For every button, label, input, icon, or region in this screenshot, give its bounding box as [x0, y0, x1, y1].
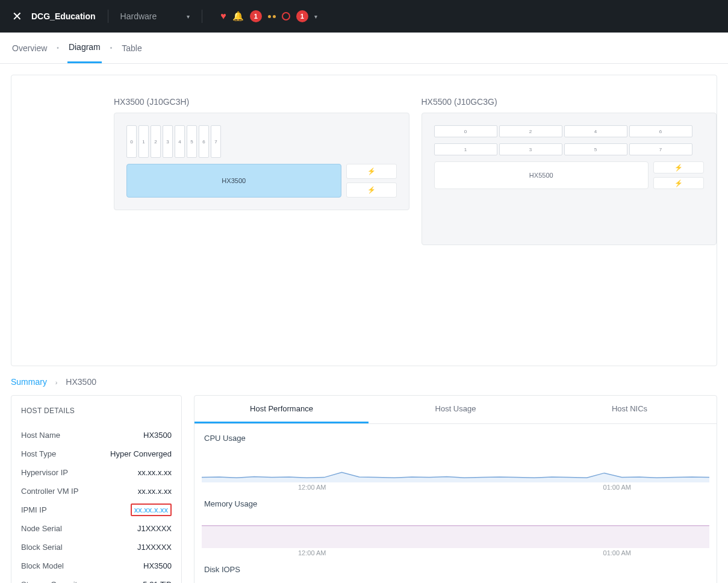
chart-title: CPU Usage	[204, 434, 709, 443]
divider	[202, 10, 202, 23]
detail-label: Controller VM IP	[21, 487, 78, 496]
node-box[interactable]: HX5500	[434, 161, 649, 189]
drive-bay-row: 01234567	[126, 125, 397, 158]
tab-diagram[interactable]: Diagram	[67, 33, 102, 63]
cluster-name[interactable]: DCG_Education	[31, 11, 96, 21]
breadcrumb-root[interactable]: Summary	[11, 377, 47, 387]
tab-host-performance[interactable]: Host Performance	[194, 396, 369, 423]
detail-value: J1XXXXX	[137, 524, 172, 533]
drive-slot[interactable]: 6	[199, 125, 209, 158]
section-dropdown-label: Hardware	[120, 11, 157, 21]
detail-row: Controller VM IPxx.xx.x.xx	[21, 482, 172, 500]
psu-slot[interactable]: ⚡	[346, 182, 397, 198]
chart-tabs: Host Performance Host Usage Host NICs	[194, 396, 717, 424]
chart-title: Disk IOPS	[204, 565, 709, 574]
ipmi-ip-link[interactable]: xx.xx.x.xx	[134, 505, 168, 514]
detail-label: IPMI IP	[21, 505, 47, 514]
detail-value: xx.xx.x.xx	[131, 505, 172, 514]
block-title: HX3500 (J10GC3H)	[114, 97, 409, 107]
x-tick: 01:00 AM	[603, 484, 631, 491]
node-box-selected[interactable]: HX3500	[126, 164, 341, 198]
detail-value: xx.xx.x.xx	[138, 487, 172, 496]
health-heart-icon[interactable]: ♥	[220, 11, 226, 22]
tab-host-nics[interactable]: Host NICs	[543, 396, 717, 423]
divider	[108, 10, 108, 23]
drive-slot[interactable]: 5	[187, 125, 197, 158]
detail-label: Host Name	[21, 431, 60, 440]
detail-label: Storage Capacity	[21, 580, 81, 583]
drive-slot[interactable]: 1	[434, 143, 497, 155]
drive-slot[interactable]: 3	[163, 125, 173, 158]
tab-table[interactable]: Table	[120, 34, 143, 63]
drive-slot[interactable]: 5	[564, 143, 627, 155]
detail-value: Hyper Converged	[110, 449, 172, 458]
app-logo-icon[interactable]: ✕	[11, 9, 23, 23]
x-tick: 12:00 AM	[298, 549, 326, 556]
detail-label: Block Model	[21, 561, 64, 570]
drive-slot[interactable]: 2	[499, 125, 562, 137]
status-dots-icon[interactable]	[268, 15, 276, 18]
drive-slot[interactable]: 0	[126, 125, 137, 158]
chart-canvas[interactable]	[202, 446, 709, 482]
detail-row: Host TypeHyper Converged	[21, 444, 172, 463]
drive-slot[interactable]: 4	[564, 125, 627, 137]
alert-count-badge[interactable]: 1	[250, 10, 262, 22]
drive-slot[interactable]: 3	[499, 143, 562, 155]
detail-value: HX3500	[143, 561, 172, 570]
detail-row: Block ModelHX3500	[21, 556, 172, 575]
chart-canvas[interactable]	[202, 578, 709, 583]
drive-slot[interactable]: 1	[138, 125, 149, 158]
detail-row: Hypervisor IPxx.xx.x.xx	[21, 463, 172, 482]
detail-row: Storage Capacity5.31 TiB	[21, 575, 172, 583]
detail-row: Node SerialJ1XXXXX	[21, 519, 172, 538]
x-tick: 12:00 AM	[298, 484, 326, 491]
drive-slot[interactable]: 7	[211, 125, 221, 158]
tab-separator: •	[110, 45, 113, 51]
chart-disk-iops: Disk IOPS	[202, 565, 709, 583]
section-dropdown[interactable]: Hardware ▾	[120, 11, 190, 21]
detail-row: Block SerialJ1XXXXX	[21, 538, 172, 556]
detail-label: Block Serial	[21, 543, 63, 552]
hardware-diagram-panel: HX3500 (J10GC3H) 01234567 HX3500 ⚡ ⚡ HX5…	[11, 75, 717, 366]
breadcrumb-separator: ›	[55, 379, 58, 386]
psu-slot[interactable]: ⚡	[346, 164, 397, 179]
block-body[interactable]: 01234567 HX3500 ⚡ ⚡	[114, 113, 409, 210]
breadcrumb: Summary › HX3500	[0, 377, 728, 387]
chart-memory-usage: Memory Usage 12:00 AM01:00 AM	[202, 499, 709, 556]
chart-title: Memory Usage	[204, 499, 709, 508]
drive-slot[interactable]: 7	[629, 143, 692, 155]
drive-slot[interactable]: 4	[175, 125, 185, 158]
alert-bell-icon[interactable]: 🔔	[232, 11, 244, 22]
chevron-down-icon: ▾	[187, 13, 190, 20]
drive-slot[interactable]: 6	[629, 125, 692, 137]
x-tick: 01:00 AM	[603, 549, 631, 556]
detail-label: Node Serial	[21, 524, 62, 533]
tab-separator: •	[57, 45, 59, 51]
drive-bay-row: 0246	[434, 125, 705, 137]
drive-slot[interactable]: 2	[151, 125, 161, 158]
top-navbar: ✕ DCG_Education Hardware ▾ ♥ 🔔 1 1 ▾	[0, 0, 728, 33]
tab-overview[interactable]: Overview	[11, 34, 48, 63]
view-tabs: Overview • Diagram • Table	[0, 33, 728, 64]
host-charts-panel: Host Performance Host Usage Host NICs CP…	[194, 395, 717, 583]
host-details-panel: HOST DETAILS Host NameHX3500Host TypeHyp…	[11, 395, 182, 583]
drive-slot[interactable]: 0	[434, 125, 497, 137]
chart-canvas[interactable]	[202, 512, 709, 548]
detail-label: Hypervisor IP	[21, 468, 68, 477]
detail-value: J1XXXXX	[137, 543, 172, 552]
critical-ring-icon[interactable]	[282, 12, 290, 20]
block-title: HX5500 (J10GC3G)	[422, 97, 717, 107]
host-details-heading: HOST DETAILS	[21, 407, 172, 415]
chevron-down-icon[interactable]: ▾	[314, 13, 317, 20]
tab-host-usage[interactable]: Host Usage	[369, 396, 543, 423]
detail-value: 5.31 TiB	[143, 580, 172, 583]
block-hx5500: HX5500 (J10GC3G) 0246 1357 HX5500 ⚡ ⚡	[422, 97, 717, 245]
critical-count-badge[interactable]: 1	[296, 10, 308, 22]
psu-slot[interactable]: ⚡	[653, 161, 704, 173]
chart-cpu-usage: CPU Usage 12:00 AM01:00 AM	[202, 434, 709, 491]
detail-row: Host NameHX3500	[21, 426, 172, 444]
psu-slot[interactable]: ⚡	[653, 177, 704, 189]
detail-label: Host Type	[21, 449, 56, 458]
block-body[interactable]: 0246 1357 HX5500 ⚡ ⚡	[422, 113, 717, 245]
drive-bay-row: 1357	[434, 143, 705, 155]
